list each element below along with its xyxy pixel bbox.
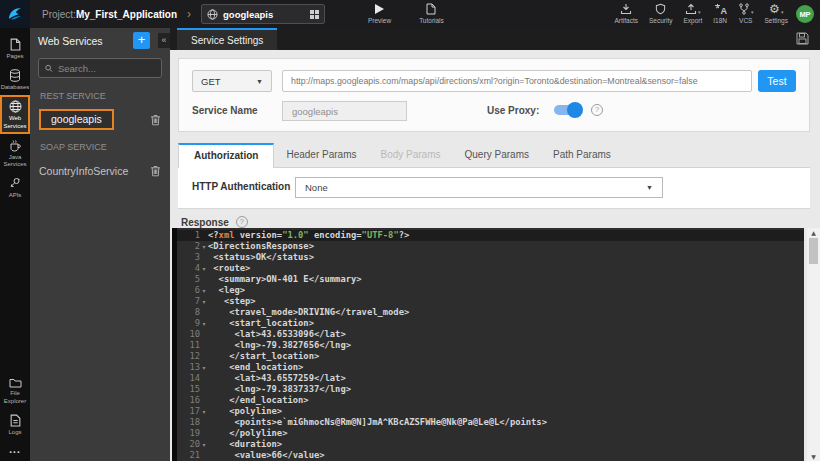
- i18n-button[interactable]: A I18N: [713, 3, 727, 24]
- sidebar-item-file-explorer[interactable]: File Explorer: [0, 372, 30, 408]
- app-window: Project:My_First_Application › googleapi…: [0, 0, 820, 461]
- http-method-value: GET: [201, 76, 221, 87]
- chevron-down-icon: ▾: [698, 9, 701, 15]
- code-line: 21 <value>66</value>: [172, 450, 804, 461]
- tab-header-params[interactable]: Header Params: [274, 143, 368, 167]
- code-line: 15 <lng>-79.3837337</lng>: [172, 384, 804, 395]
- trash-icon: [150, 114, 161, 126]
- service-selector[interactable]: googleapis: [201, 4, 325, 24]
- soap-section-label: SOAP SERVICE: [30, 133, 170, 157]
- pages-icon: [10, 38, 21, 51]
- vertical-scrollbar[interactable]: ▲ ▼: [807, 228, 820, 461]
- sidebar-item-databases[interactable]: Databases: [0, 64, 30, 95]
- search-input[interactable]: [58, 63, 155, 74]
- artifacts-button[interactable]: Artifacts: [614, 3, 637, 24]
- i18n-label: I18N: [713, 17, 727, 24]
- collapse-panel-button[interactable]: «: [158, 33, 170, 48]
- artifacts-icon: [620, 3, 632, 15]
- vcs-button[interactable]: ▾ VCS: [738, 3, 754, 24]
- code-line: 14 <lat>43.6557259</lat>: [172, 373, 804, 384]
- sidebar-item-label: Java Services: [1, 154, 29, 168]
- panel-header: Web Services + «: [30, 28, 170, 53]
- service-item-countryinfoservice[interactable]: CountryInfoService: [30, 157, 170, 184]
- param-tabs: Authorization Header Params Body Params …: [178, 143, 810, 168]
- breadcrumb[interactable]: Project:My_First_Application: [42, 9, 177, 20]
- sidebar-item-label: Databases: [1, 84, 30, 91]
- code-line: 5 <summary>ON-401 E</summary>: [172, 274, 804, 285]
- scroll-down-arrow[interactable]: ▼: [807, 453, 820, 460]
- settings-label: Settings: [765, 17, 789, 24]
- service-item-googleapis[interactable]: googleapis: [30, 106, 170, 133]
- delete-service-button[interactable]: [150, 165, 161, 177]
- response-editor[interactable]: 1<?xml version="1.0" encoding="UTF-8"?>2…: [172, 228, 804, 461]
- preview-button[interactable]: Preview: [368, 3, 391, 24]
- chevron-down-icon: ▼: [256, 78, 263, 85]
- tutorials-button[interactable]: Tutorials: [419, 3, 444, 24]
- service-search: [38, 58, 162, 78]
- sidebar-more-button[interactable]: ...: [9, 440, 20, 461]
- editor-tab-bar: Service Settings: [170, 28, 820, 50]
- delete-service-button[interactable]: [150, 114, 161, 126]
- add-service-button[interactable]: +: [133, 32, 150, 49]
- sidebar-item-label: Logs: [8, 429, 21, 436]
- response-help-icon[interactable]: ?: [236, 216, 248, 228]
- tab-service-settings[interactable]: Service Settings: [177, 28, 277, 50]
- tab-authorization[interactable]: Authorization: [178, 143, 274, 168]
- topbar-center: Preview Tutorials: [368, 3, 444, 24]
- chevron-down-icon: ▼: [646, 184, 653, 191]
- chevron-right-icon: ›: [187, 7, 191, 21]
- vcs-label: VCS: [739, 17, 752, 24]
- chevron-down-icon: ▾: [781, 9, 784, 15]
- document-icon: [426, 3, 436, 15]
- sidebar-item-java-services[interactable]: Java Services: [0, 134, 30, 172]
- database-icon: [9, 69, 21, 82]
- sidebar-item-apis[interactable]: APIs: [0, 172, 30, 203]
- code-line: 7▾ <step>: [172, 296, 804, 307]
- trash-icon: [150, 165, 161, 177]
- settings-button[interactable]: ⚙▾ Settings: [765, 3, 789, 24]
- code-line: 10 <lat>43.6533096</lat>: [172, 329, 804, 340]
- sidebar-item-pages[interactable]: Pages: [0, 33, 30, 64]
- proxy-help-icon[interactable]: ?: [591, 104, 603, 116]
- scroll-up-arrow[interactable]: ▲: [807, 229, 820, 236]
- coffee-cup-icon: [9, 139, 21, 152]
- code-line: 12 </start_location>: [172, 351, 804, 362]
- code-line: 2▾<DirectionsResponse>: [172, 241, 804, 252]
- http-method-select[interactable]: GET ▼: [192, 70, 272, 92]
- use-proxy-toggle[interactable]: [553, 102, 583, 118]
- code-line: 13▾ <end_location>: [172, 362, 804, 373]
- service-name-input[interactable]: [282, 101, 407, 121]
- top-bar: Project:My_First_Application › googleapi…: [0, 0, 820, 28]
- sidebar-item-label: File Explorer: [1, 390, 29, 404]
- tab-query-params[interactable]: Query Params: [453, 143, 541, 167]
- avatar[interactable]: MP: [796, 5, 814, 23]
- web-services-panel: Web Services + « REST SERVICE googleapis…: [30, 28, 170, 461]
- use-proxy-label: Use Proxy:: [487, 105, 539, 116]
- code-line: 18 <points>e`miGhmocNs@Rm@N]JmA^KBcAZSFW…: [172, 417, 804, 428]
- gear-icon: ⚙: [769, 3, 780, 15]
- svg-text:A: A: [720, 6, 727, 15]
- export-button[interactable]: ▾ Export: [683, 3, 702, 24]
- play-icon: [375, 3, 384, 15]
- code-line: 4▾ <route>: [172, 263, 804, 274]
- topbar-right: Artifacts Security ▾ Export A I18N: [614, 3, 788, 24]
- response-header: Response ?: [181, 216, 248, 228]
- sidebar-item-web-services[interactable]: Web Services: [0, 95, 30, 133]
- tab-body-params[interactable]: Body Params: [368, 143, 452, 167]
- editor-gutter-strip: [172, 228, 177, 461]
- http-auth-value: None: [305, 182, 328, 193]
- scroll-thumb[interactable]: [809, 238, 818, 264]
- url-input[interactable]: [282, 70, 752, 92]
- security-button[interactable]: Security: [649, 3, 672, 24]
- tab-path-params[interactable]: Path Params: [541, 143, 623, 167]
- rest-section-label: REST SERVICE: [30, 82, 170, 106]
- code-line: 8 <travel_mode>DRIVING</travel_mode>: [172, 307, 804, 318]
- sidebar-item-logs[interactable]: Logs: [0, 409, 30, 440]
- test-button[interactable]: Test: [758, 70, 796, 92]
- save-button[interactable]: [796, 32, 809, 45]
- http-auth-select[interactable]: None ▼: [295, 177, 663, 198]
- response-editor-lines: 1<?xml version="1.0" encoding="UTF-8"?>2…: [172, 230, 804, 461]
- app-logo[interactable]: [0, 0, 30, 28]
- search-icon: [45, 64, 53, 73]
- chevron-down-icon: ▾: [751, 9, 754, 15]
